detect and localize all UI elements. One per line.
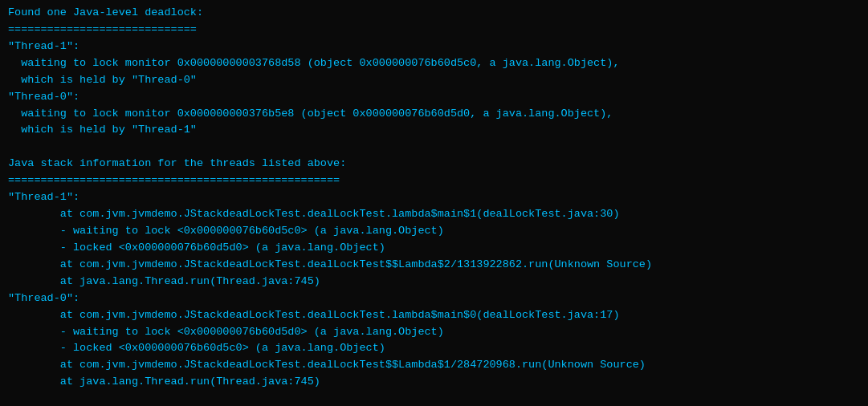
terminal-line: "Thread-0": xyxy=(8,290,860,307)
terminal-line: which is held by "Thread-0" xyxy=(8,72,860,89)
terminal-line: waiting to lock monitor 0x00000000003768… xyxy=(8,55,860,72)
terminal-output: Found one Java-level deadlock:==========… xyxy=(8,5,860,401)
terminal-line: - waiting to lock <0x000000076b60d5c0> (… xyxy=(8,223,860,240)
terminal-line: Java stack information for the threads l… xyxy=(8,156,860,173)
terminal-line: "Thread-1": xyxy=(8,39,860,55)
terminal-line: at java.lang.Thread.run(Thread.java:745) xyxy=(8,274,860,290)
terminal-line: ========================================… xyxy=(8,173,860,189)
terminal-line: - locked <0x000000076b60d5d0> (a java.la… xyxy=(8,240,860,257)
terminal-line: at com.jvm.jvmdemo.JStackdeadLockTest.de… xyxy=(8,206,860,223)
terminal-line: at com.jvm.jvmdemo.JStackdeadLockTest.de… xyxy=(8,307,860,324)
terminal-line xyxy=(8,139,860,156)
terminal-line: at com.jvm.jvmdemo.JStackdeadLockTest.de… xyxy=(8,357,860,374)
terminal-line: at java.lang.Thread.run(Thread.java:745) xyxy=(8,374,860,391)
terminal-line: which is held by "Thread-1" xyxy=(8,122,860,139)
terminal-line: at com.jvm.jvmdemo.JStackdeadLockTest.de… xyxy=(8,257,860,274)
terminal-line: ============================= xyxy=(8,22,860,39)
terminal-line: waiting to lock monitor 0x000000000376b5… xyxy=(8,106,860,123)
terminal-line xyxy=(8,391,860,406)
terminal-line: "Thread-1": xyxy=(8,189,860,206)
terminal-line: - locked <0x000000076b60d5c0> (a java.la… xyxy=(8,340,860,357)
terminal-line: - waiting to lock <0x000000076b60d5d0> (… xyxy=(8,324,860,341)
terminal-line: "Thread-0": xyxy=(8,89,860,106)
terminal-line: Found one Java-level deadlock: xyxy=(8,5,860,22)
